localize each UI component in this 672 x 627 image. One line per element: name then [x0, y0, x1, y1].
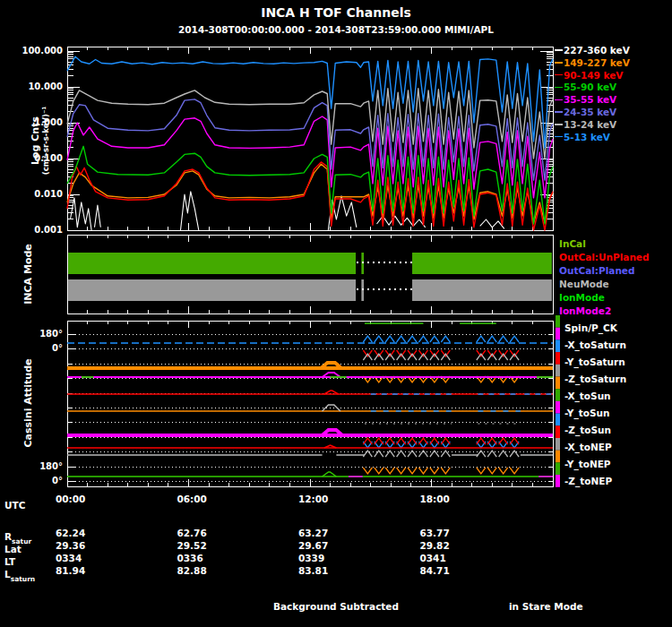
table-cell: 62.76 — [177, 528, 207, 538]
neu-mode-bar-segment — [361, 279, 364, 301]
tof-series-227-360keV — [181, 192, 199, 230]
table-cell: 29.36 — [56, 540, 85, 551]
mode-legend-InCal: InCal — [559, 238, 586, 249]
ion-mode-bar-segment — [68, 253, 356, 274]
tof-series-227-360keV — [480, 219, 504, 228]
attitude-osc-mark — [375, 451, 383, 457]
attitude-legend--Z_toSun: -Z_toSun — [564, 425, 611, 435]
attitude-osc-mark — [477, 336, 486, 342]
utc-tick-label: 00:00 — [56, 494, 85, 504]
table-row-label-Lat: Lat — [4, 544, 22, 554]
tof-legend-5-13keV: 5-13 keV — [564, 132, 610, 142]
attitude-osc-mark — [385, 468, 394, 474]
attitude-osc-mark — [499, 336, 508, 342]
attitude-legend--Z_toNEP: -Z_toNEP — [564, 476, 612, 486]
tof-legend-90-149keV: 90-149 keV — [564, 70, 624, 81]
attitude-osc-mark — [510, 438, 519, 444]
attitude-osc-mark — [487, 468, 496, 474]
table-cell: 0341 — [420, 553, 446, 563]
mode-legend-IonMode: IonMode — [559, 292, 605, 303]
attitude-osc-mark — [397, 468, 406, 474]
ion-mode-bar-segment — [412, 253, 552, 274]
attitude-panel-border — [67, 321, 553, 486]
attitude-osc-mark — [477, 438, 486, 444]
attitude-legend--X_toSaturn: -X_toSaturn — [564, 339, 626, 350]
attitude-colorbar-segment — [556, 425, 560, 438]
attitude-legend--X_toSun: -X_toSun — [564, 391, 611, 401]
attitude-osc-mark — [363, 438, 372, 444]
attitude-legend--Y_toNEP: -Y_toNEP — [564, 459, 611, 469]
table-cell: 29.67 — [298, 540, 328, 551]
tof-ytick-label: 1.000 — [0, 117, 63, 127]
mode-legend-OutCalUnPlaned: OutCal:UnPlaned — [559, 252, 650, 262]
table-row-label-sub: saturn — [11, 575, 36, 583]
tof-ytick-label: 0.010 — [0, 189, 63, 199]
attitude-osc-mark — [363, 336, 372, 342]
attitude-colorbar-segment — [556, 315, 560, 328]
attitude-osc-mark — [499, 438, 508, 444]
utc-tick-label: 06:00 — [177, 494, 207, 504]
attitude-osc-mark — [385, 451, 394, 457]
attitude-osc-mark — [499, 468, 508, 474]
attitude-colorbar-segment — [556, 377, 560, 390]
attitude-colorbar-segment — [556, 401, 560, 414]
utc-tick-label: 18:00 — [420, 494, 450, 504]
table-cell: 84.71 — [420, 565, 450, 576]
attitude-osc-mark — [363, 451, 372, 457]
attitude-osc-mark — [363, 468, 372, 474]
tof-series-24-35keV — [67, 99, 553, 180]
tof-series-55-90keV — [67, 146, 553, 224]
table-cell: 29.82 — [420, 540, 450, 551]
attitude-osc-mark — [418, 336, 427, 342]
attitude-osc-mark — [430, 438, 439, 444]
attitude-osc-mark — [397, 336, 406, 342]
attitude-colorbar-segment — [556, 389, 560, 401]
tof-legend-227-360keV: 227-360 keV — [564, 45, 630, 56]
table-row-label-LT: LT — [4, 556, 15, 567]
tof-ytick-label: 100.000 — [0, 46, 63, 56]
attitude-osc-mark — [408, 336, 417, 342]
attitude-osc-mark — [375, 438, 383, 444]
attitude-osc-mark — [430, 468, 439, 474]
attitude-colorbar-segment — [556, 438, 560, 451]
attitude-ytick-label: 0° — [0, 476, 63, 485]
attitude-osc-mark — [487, 438, 496, 444]
attitude-legend-SpinP_CK: Spin/P_CK — [564, 322, 617, 333]
attitude-colorbar-segment — [556, 462, 560, 475]
table-cell: 81.94 — [56, 565, 85, 576]
attitude-osc-mark — [397, 438, 406, 444]
neu-mode-bar-segment — [68, 279, 356, 301]
mode-legend-NeuMode: NeuMode — [559, 279, 609, 289]
table-cell: 63.77 — [420, 528, 450, 538]
attitude-osc-mark — [487, 336, 496, 342]
tof-series-227-360keV — [95, 205, 101, 228]
ion-mode-bar-segment — [361, 253, 364, 274]
tof-legend-13-24keV: 13-24 keV — [564, 119, 616, 130]
table-row-label-L: Lsaturn — [4, 569, 35, 580]
attitude-osc-mark — [510, 451, 519, 457]
attitude-osc-mark — [418, 438, 427, 444]
tof-legend-35-55keV: 35-55 keV — [564, 94, 616, 105]
attitude-ytick-label: 0° — [0, 343, 63, 353]
table-row-label-UTC: UTC — [4, 500, 25, 511]
attitude-osc-mark — [441, 336, 450, 342]
utc-tick-label: 12:00 — [298, 494, 328, 504]
tof-series-227-360keV — [70, 198, 91, 230]
table-cell: 0334 — [56, 553, 82, 563]
table-cell: 63.27 — [298, 528, 328, 538]
attitude-colorbar-segment — [556, 451, 560, 463]
table-cell: 0339 — [298, 553, 324, 563]
attitude-osc-mark — [499, 451, 508, 457]
tof-legend-24-35keV: 24-35 keV — [564, 107, 616, 117]
attitude-colorbar-segment — [556, 339, 560, 352]
attitude-osc-mark — [477, 468, 486, 474]
table-row-label-R: Rsatur — [4, 531, 31, 542]
tof-panel-border — [67, 47, 553, 230]
table-cell: 0336 — [177, 553, 203, 563]
attitude-colorbar-segment — [556, 365, 560, 377]
tof-ytick-label: 0.001 — [0, 225, 63, 235]
tof-ytick-label: 0.100 — [0, 153, 63, 163]
attitude-osc-mark — [441, 468, 450, 474]
attitude-osc-mark — [510, 468, 519, 474]
tof-legend-149-227keV: 149-227 keV — [564, 57, 630, 68]
